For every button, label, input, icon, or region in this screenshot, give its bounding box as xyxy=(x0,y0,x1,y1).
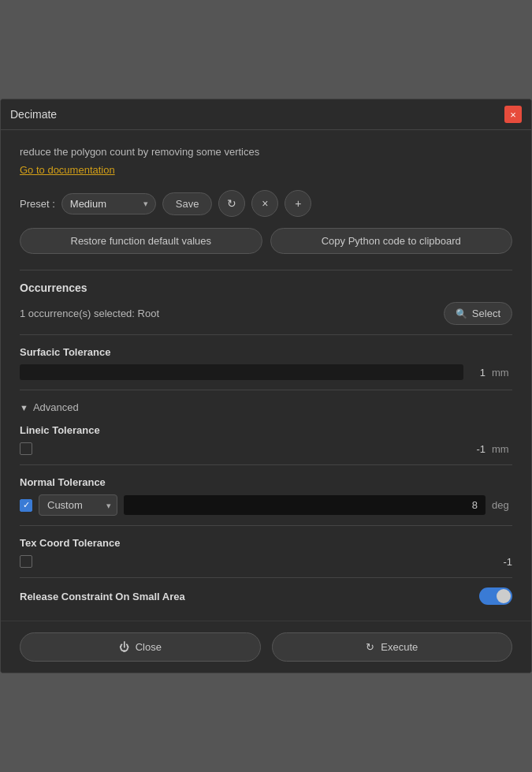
normal-dropdown-wrapper: Custom Low Medium High xyxy=(39,494,117,516)
divider-1 xyxy=(20,270,512,270)
normal-tolerance-label: Normal Tolerance xyxy=(20,476,512,488)
normal-value-box[interactable]: 8 xyxy=(124,495,485,515)
lineic-tolerance-section: Lineic Tolerance -1 mm xyxy=(20,424,512,455)
preset-close-button[interactable]: × xyxy=(251,190,278,217)
normal-dropdown[interactable]: Custom Low Medium High xyxy=(39,494,117,516)
normal-tolerance-row: Custom Low Medium High 8 deg xyxy=(20,494,512,516)
doc-link[interactable]: Go to documentation xyxy=(20,164,115,176)
lineic-checkbox[interactable] xyxy=(20,442,32,455)
advanced-label: Advanced xyxy=(33,401,79,413)
divider-6 xyxy=(20,577,512,578)
toggle-knob xyxy=(497,589,511,603)
content-area: reduce the polygon count by removing som… xyxy=(1,130,531,621)
preset-select[interactable]: Low Medium High Custom xyxy=(61,193,156,214)
execute-button[interactable]: ↻ Execute xyxy=(272,632,513,662)
add-icon: + xyxy=(295,197,301,210)
execute-button-label: Execute xyxy=(381,641,418,653)
close-button-label: Close xyxy=(136,641,162,653)
divider-5 xyxy=(20,525,512,526)
tex-coord-checkbox[interactable] xyxy=(20,555,32,568)
preset-row: Preset : Low Medium High Custom Save ↻ ×… xyxy=(20,190,512,217)
divider-4 xyxy=(20,464,512,465)
search-icon: 🔍 xyxy=(456,308,467,319)
action-row: Restore function default values Copy Pyt… xyxy=(20,228,512,254)
restore-defaults-button[interactable]: Restore function default values xyxy=(20,228,262,254)
release-constraint-label: Release Constraint On Small Area xyxy=(20,591,185,602)
window-title: Decimate xyxy=(10,108,57,121)
footer: ⏻ Close ↻ Execute xyxy=(1,621,531,673)
power-icon: ⏻ xyxy=(119,641,129,653)
lineic-unit: mm xyxy=(492,443,512,455)
copy-python-button[interactable]: Copy Python code to clipboard xyxy=(270,228,513,254)
surfacic-unit: mm xyxy=(492,367,512,379)
save-button[interactable]: Save xyxy=(162,192,213,215)
lineic-value: -1 xyxy=(470,443,485,455)
tex-coord-value: -1 xyxy=(497,556,512,568)
execute-refresh-icon: ↻ xyxy=(366,641,374,653)
divider-2 xyxy=(20,334,512,335)
lineic-tolerance-label: Lineic Tolerance xyxy=(20,424,512,436)
lineic-tolerance-row: -1 mm xyxy=(20,442,512,455)
preset-close-icon: × xyxy=(262,197,268,210)
close-button[interactable]: ⏻ Close xyxy=(20,632,261,662)
normal-checkbox[interactable] xyxy=(20,499,32,512)
release-constraint-row: Release Constraint On Small Area xyxy=(20,587,512,605)
advanced-toggle[interactable]: ▼ Advanced xyxy=(20,401,512,413)
normal-unit: deg xyxy=(492,499,512,511)
surfacic-slider-track[interactable] xyxy=(20,364,463,380)
occurrences-section: Occurrences 1 occurrence(s) selected: Ro… xyxy=(20,282,512,325)
select-button-label: Select xyxy=(472,308,500,319)
surfacic-tolerance-label: Surfacic Tolerance xyxy=(20,346,512,358)
surfacic-slider-fill xyxy=(20,364,463,380)
normal-tolerance-section: Normal Tolerance Custom Low Medium High … xyxy=(20,476,512,516)
refresh-button[interactable]: ↻ xyxy=(218,190,245,217)
description-text: reduce the polygon count by removing som… xyxy=(20,146,512,158)
refresh-icon: ↻ xyxy=(227,197,236,210)
preset-label: Preset : xyxy=(20,198,55,210)
surfacic-tolerance-section: Surfacic Tolerance 1 mm xyxy=(20,346,512,380)
occurrence-row: 1 occurrence(s) selected: Root 🔍 Select xyxy=(20,302,512,325)
add-preset-button[interactable]: + xyxy=(285,190,311,217)
release-constraint-toggle[interactable] xyxy=(479,587,512,605)
tex-coord-row: -1 xyxy=(20,555,512,568)
tex-coord-section: Tex Coord Tolerance -1 xyxy=(20,537,512,568)
tex-coord-label: Tex Coord Tolerance xyxy=(20,537,512,549)
preset-select-wrapper: Low Medium High Custom xyxy=(61,193,156,214)
decimate-window: Decimate × reduce the polygon count by r… xyxy=(0,99,532,673)
divider-3 xyxy=(20,390,512,390)
title-bar: Decimate × xyxy=(1,99,531,130)
occurrence-text: 1 occurrence(s) selected: Root xyxy=(20,308,159,319)
occurrences-title: Occurrences xyxy=(20,282,512,294)
surfacic-tolerance-row: 1 mm xyxy=(20,364,512,380)
select-button[interactable]: 🔍 Select xyxy=(444,302,512,325)
surfacic-value: 1 xyxy=(470,367,485,379)
chevron-down-icon: ▼ xyxy=(20,403,28,412)
window-close-button[interactable]: × xyxy=(504,106,522,123)
